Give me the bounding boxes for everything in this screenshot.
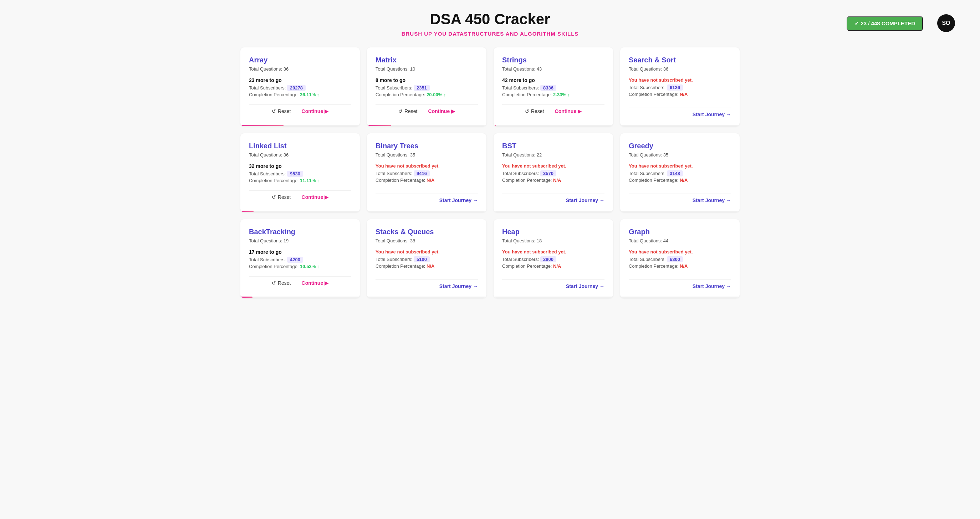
card-total-questions: Total Questions: 44: [629, 238, 731, 243]
progress-bar-container: [493, 125, 613, 126]
more-to-go: 8 more to go: [375, 77, 478, 83]
progress-bar-container: [620, 125, 740, 126]
progress-bar-container: [240, 125, 360, 126]
continue-button[interactable]: Continue ▶: [302, 280, 329, 286]
card-title[interactable]: Greedy: [629, 142, 731, 150]
avatar[interactable]: SO: [937, 14, 955, 32]
progress-bar-fill: [240, 211, 253, 212]
card-actions: ↺ Reset Continue ▶: [249, 105, 351, 114]
card-linked-list: Linked List Total Questions: 36 32 more …: [240, 133, 360, 212]
card-greedy: Greedy Total Questions: 35 You have not …: [620, 133, 740, 212]
card-subscribers: Total Subscribers: 20278: [249, 85, 351, 90]
reset-button[interactable]: ↺ Reset: [272, 108, 291, 114]
card-total-questions: Total Questions: 36: [249, 66, 351, 71]
continue-button[interactable]: Continue ▶: [428, 108, 455, 114]
continue-button[interactable]: Continue ▶: [302, 108, 329, 114]
card-completion: Completion Percentage: N/A: [629, 263, 731, 269]
reset-icon: ↺: [525, 108, 529, 114]
card-backtracking: BackTracking Total Questions: 19 17 more…: [240, 219, 360, 298]
card-title[interactable]: Search & Sort: [629, 56, 731, 64]
card-total-questions: Total Questions: 10: [375, 66, 478, 71]
completion-value: N/A: [680, 263, 687, 269]
not-subscribed-text: You have not subscribed yet.: [629, 77, 731, 83]
start-journey-button[interactable]: Start Journey →: [629, 108, 731, 117]
card-title[interactable]: Strings: [502, 56, 605, 64]
card-completion: Completion Percentage: 20.00% ↑: [375, 92, 478, 97]
start-journey-button[interactable]: Start Journey →: [375, 194, 478, 203]
card-binary-trees: Binary Trees Total Questions: 35 You hav…: [367, 133, 487, 212]
progress-bar-container: [367, 297, 487, 298]
completion-value: 2.33% ↑: [553, 92, 570, 97]
card-title[interactable]: Linked List: [249, 142, 351, 150]
start-journey-button[interactable]: Start Journey →: [629, 279, 731, 289]
reset-button[interactable]: ↺ Reset: [272, 280, 291, 286]
card-subscribers: Total Subscribers: 3570: [502, 171, 605, 176]
subscribers-value: 3570: [540, 170, 556, 176]
not-subscribed-text: You have not subscribed yet.: [502, 163, 605, 168]
progress-bar-container: [240, 297, 360, 298]
card-stacks-queues: Stacks & Queues Total Questions: 38 You …: [367, 219, 487, 298]
card-total-questions: Total Questions: 38: [375, 238, 478, 243]
card-search-sort: Search & Sort Total Questions: 36 You ha…: [620, 48, 740, 126]
subscribers-value: 2800: [540, 256, 556, 262]
progress-bar-fill: [367, 125, 391, 126]
subscribers-value: 2351: [414, 85, 430, 91]
progress-bar-container: [367, 125, 487, 126]
reset-button[interactable]: ↺ Reset: [525, 108, 544, 114]
card-title[interactable]: BackTracking: [249, 228, 351, 236]
card-title[interactable]: Matrix: [375, 56, 478, 64]
progress-bar-fill: [240, 125, 283, 126]
card-completion: Completion Percentage: 36.11% ↑: [249, 92, 351, 97]
card-title[interactable]: Graph: [629, 228, 731, 236]
completion-value: 11.11% ↑: [300, 178, 319, 183]
card-subscribers: Total Subscribers: 9416: [375, 171, 478, 176]
card-actions: ↺ Reset Continue ▶: [249, 276, 351, 286]
completed-badge[interactable]: ✓ 23 / 448 COMPLETED: [846, 16, 923, 31]
card-actions: ↺ Reset Continue ▶: [249, 190, 351, 200]
card-completion: Completion Percentage: N/A: [629, 92, 731, 97]
completion-value: N/A: [426, 263, 434, 269]
card-matrix: Matrix Total Questions: 10 8 more to go …: [367, 48, 487, 126]
start-journey-button[interactable]: Start Journey →: [502, 194, 605, 203]
continue-button[interactable]: Continue ▶: [555, 108, 582, 114]
card-total-questions: Total Questions: 22: [502, 152, 605, 157]
card-title[interactable]: Array: [249, 56, 351, 64]
card-title[interactable]: Binary Trees: [375, 142, 478, 150]
card-title[interactable]: Stacks & Queues: [375, 228, 478, 236]
card-total-questions: Total Questions: 43: [502, 66, 605, 71]
not-subscribed-text: You have not subscribed yet.: [629, 249, 731, 254]
card-actions: ↺ Reset Continue ▶: [502, 105, 605, 114]
card-completion: Completion Percentage: 2.33% ↑: [502, 92, 605, 97]
progress-bar-container: [240, 211, 360, 212]
card-subscribers: Total Subscribers: 6300: [629, 257, 731, 262]
more-to-go: 17 more to go: [249, 249, 351, 255]
completion-value: N/A: [553, 263, 561, 269]
completion-value: 20.00% ↑: [426, 92, 446, 97]
more-to-go: 32 more to go: [249, 163, 351, 169]
card-completion: Completion Percentage: 10.52% ↑: [249, 264, 351, 269]
more-to-go: 23 more to go: [249, 77, 351, 83]
card-title[interactable]: BST: [502, 142, 605, 150]
page-title: DSA 450 Cracker: [14, 11, 966, 28]
subscribers-value: 8336: [540, 85, 556, 91]
card-completion: Completion Percentage: 11.11% ↑: [249, 178, 351, 183]
subscribers-value: 4200: [287, 257, 303, 263]
card-subscribers: Total Subscribers: 8336: [502, 85, 605, 90]
start-journey-button[interactable]: Start Journey →: [375, 279, 478, 289]
progress-bar-fill: [493, 125, 496, 126]
start-journey-button[interactable]: Start Journey →: [629, 194, 731, 203]
card-total-questions: Total Questions: 19: [249, 238, 351, 243]
card-completion: Completion Percentage: N/A: [375, 263, 478, 269]
reset-button[interactable]: ↺ Reset: [272, 194, 291, 200]
subscribers-value: 9530: [287, 171, 303, 177]
start-journey-button[interactable]: Start Journey →: [502, 279, 605, 289]
completion-value: N/A: [426, 178, 434, 183]
continue-button[interactable]: Continue ▶: [302, 194, 329, 200]
not-subscribed-text: You have not subscribed yet.: [502, 249, 605, 254]
reset-button[interactable]: ↺ Reset: [398, 108, 418, 114]
page-header: DSA 450 Cracker BRUSH UP YOU DATASTRUCTU…: [14, 11, 966, 37]
progress-bar-container: [493, 211, 613, 212]
card-total-questions: Total Questions: 36: [249, 152, 351, 157]
card-title[interactable]: Heap: [502, 228, 605, 236]
card-total-questions: Total Questions: 35: [629, 152, 731, 157]
